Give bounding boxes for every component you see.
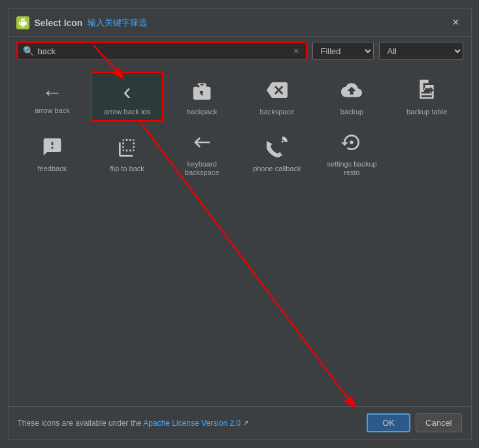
icon-item-keyboard-backspace[interactable]: keyboard backspace	[166, 124, 239, 182]
footer-buttons: OK Cancel	[367, 413, 461, 432]
icon-grid-area: ← arrow back ‹ arrow back ios backpack	[8, 65, 471, 406]
icon-label-backup-table: backup table	[406, 108, 447, 116]
phone-callback-icon	[267, 136, 288, 161]
cancel-button[interactable]: Cancel	[416, 413, 461, 432]
apache-license-link[interactable]: Apache License Version 2.0	[143, 419, 240, 428]
toolbar: 🔍 × Filled Outlined Rounded Two Tone Sha…	[8, 37, 471, 65]
dialog-hint: 输入关键字筛选	[88, 17, 147, 29]
search-icon: 🔍	[23, 46, 34, 56]
icon-label-arrow-back: arrow back	[35, 106, 70, 115]
footer-external-icon: ↗	[240, 419, 249, 428]
icon-label-arrow-back-ios: arrow back ios	[104, 108, 150, 116]
feedback-icon	[42, 136, 63, 161]
icon-item-phone-callback[interactable]: phone callback	[240, 124, 313, 182]
icon-label-backup: backup	[340, 108, 363, 116]
settings-backup-resto-icon	[341, 132, 362, 156]
filter-dropdown[interactable]: Filled Outlined Rounded Two Tone Sharp	[312, 42, 374, 60]
icon-item-backspace[interactable]: backspace	[240, 72, 313, 121]
ok-button[interactable]: OK	[367, 413, 410, 432]
icon-label-backspace: backspace	[260, 108, 295, 116]
footer-text-before: These icons are available under the	[18, 419, 144, 428]
category-dropdown[interactable]: All Action Alert AV Communication Conten…	[379, 42, 463, 60]
android-logo	[16, 16, 29, 29]
footer-text: These icons are available under the Apac…	[18, 419, 250, 428]
icon-item-backup[interactable]: backup	[316, 72, 388, 121]
backup-table-icon	[416, 80, 437, 104]
icon-label-phone-callback: phone callback	[253, 165, 301, 173]
icon-item-arrow-back[interactable]: ← arrow back	[16, 72, 89, 121]
flip-to-back-icon	[116, 136, 137, 161]
icon-item-backpack[interactable]: backpack	[166, 72, 239, 121]
icon-item-arrow-back-ios[interactable]: ‹ arrow back ios	[91, 72, 163, 121]
icon-label-feedback: feedback	[38, 165, 67, 173]
icon-item-settings-backup-resto[interactable]: settings backup resto	[316, 124, 388, 182]
search-box: 🔍 ×	[16, 42, 307, 60]
icon-label-keyboard-backspace: keyboard backspace	[170, 160, 235, 177]
arrow-back-icon: ←	[42, 82, 63, 103]
close-button[interactable]: ×	[448, 14, 463, 31]
icon-label-backpack: backpack	[187, 108, 217, 116]
arrow-back-ios-icon: ‹	[123, 80, 131, 104]
backpack-icon	[191, 80, 212, 104]
icon-grid: ← arrow back ‹ arrow back ios backpack	[16, 72, 463, 183]
backup-icon	[341, 80, 362, 104]
icon-item-feedback[interactable]: feedback	[16, 124, 89, 182]
select-icon-dialog: Select Icon 输入关键字筛选 × 🔍 × Filled Outline…	[8, 8, 472, 440]
title-bar: Select Icon 输入关键字筛选 ×	[8, 9, 471, 37]
dialog-title: Select Icon	[35, 18, 83, 28]
search-input[interactable]	[38, 46, 289, 56]
clear-search-button[interactable]: ×	[292, 46, 300, 56]
icon-label-settings-backup-resto: settings backup resto	[320, 160, 384, 177]
icon-label-flip-to-back: flip to back	[110, 165, 144, 173]
icon-item-flip-to-back[interactable]: flip to back	[91, 124, 163, 182]
keyboard-backspace-icon	[191, 132, 212, 156]
icon-item-backup-table[interactable]: backup table	[391, 72, 463, 121]
backspace-icon	[267, 80, 288, 104]
dialog-footer: These icons are available under the Apac…	[8, 406, 471, 439]
